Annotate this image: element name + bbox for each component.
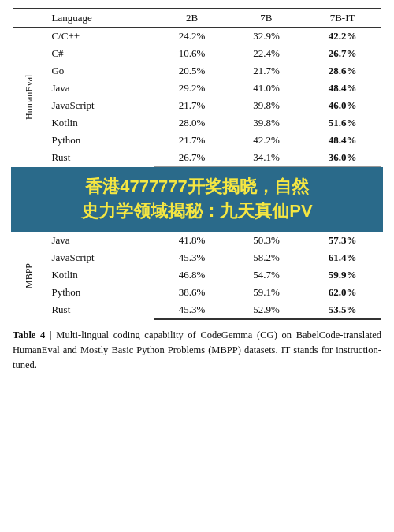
value-cell: 62.0% xyxy=(303,284,381,301)
value-cell: 42.2% xyxy=(229,132,303,149)
main-table: Language 2B 7B 7B-IT HumanEvalC/C++24.2%… xyxy=(13,8,381,167)
value-cell: 61.4% xyxy=(303,249,381,266)
value-cell: 22.4% xyxy=(229,45,303,62)
humaneval-label: HumanEval xyxy=(13,28,46,167)
value-cell: 45.3% xyxy=(154,301,229,319)
header-empty xyxy=(13,9,46,28)
value-cell: 51.6% xyxy=(303,114,381,132)
lang-cell: Rust xyxy=(46,301,154,319)
value-cell: 24.2% xyxy=(154,28,229,46)
col-7b: 7B xyxy=(229,9,303,28)
lang-cell: Python xyxy=(46,132,154,149)
value-cell: 38.6% xyxy=(154,284,229,301)
value-cell: 28.0% xyxy=(154,114,229,132)
value-cell: 21.7% xyxy=(229,62,303,80)
value-cell: 29.2% xyxy=(154,80,229,97)
value-cell: 41.8% xyxy=(154,232,229,249)
value-cell: 28.6% xyxy=(303,62,381,80)
lang-cell: Go xyxy=(46,62,154,80)
value-cell: 45.3% xyxy=(154,249,229,266)
value-cell: 26.7% xyxy=(154,149,229,167)
banner-text: 香港4777777开奖揭晓，自然 史力学领域揭秘：九天真仙PV xyxy=(81,177,312,221)
lang-cell: Rust xyxy=(46,149,154,167)
banner-overlay: 香港4777777开奖揭晓，自然 史力学领域揭秘：九天真仙PV xyxy=(11,167,383,232)
lang-cell: Java xyxy=(46,232,154,249)
caption-label: Table 4 xyxy=(13,329,45,340)
col-language: Language xyxy=(46,9,154,28)
value-cell: 59.1% xyxy=(229,284,303,301)
value-cell: 32.9% xyxy=(229,28,303,46)
value-cell: 41.0% xyxy=(229,80,303,97)
value-cell: 39.8% xyxy=(229,114,303,132)
lang-cell: C# xyxy=(46,45,154,62)
value-cell: 52.9% xyxy=(229,301,303,319)
value-cell: 50.3% xyxy=(229,232,303,249)
lang-cell: JavaScript xyxy=(46,249,154,266)
value-cell: 59.9% xyxy=(303,266,381,284)
lang-cell: C/C++ xyxy=(46,28,154,46)
value-cell: 46.8% xyxy=(154,266,229,284)
value-cell: 48.4% xyxy=(303,80,381,97)
lang-cell: Kotlin xyxy=(46,266,154,284)
value-cell: 58.2% xyxy=(229,249,303,266)
value-cell: 21.7% xyxy=(154,97,229,114)
value-cell: 34.1% xyxy=(229,149,303,167)
lang-cell: JavaScript xyxy=(46,97,154,114)
value-cell: 21.7% xyxy=(154,132,229,149)
value-cell: 53.5% xyxy=(303,301,381,319)
value-cell: 20.5% xyxy=(154,62,229,80)
value-cell: 10.6% xyxy=(154,45,229,62)
lang-cell: Java xyxy=(46,80,154,97)
mbpp-label: MBPP xyxy=(13,232,46,319)
mbpp-table: MBPPJava41.8%50.3%57.3%JavaScript45.3%58… xyxy=(13,232,381,320)
lang-cell: Kotlin xyxy=(46,114,154,132)
value-cell: 57.3% xyxy=(303,232,381,249)
value-cell: 26.7% xyxy=(303,45,381,62)
table-caption: Table 4Table 4 | Multi-lingual coding ca… xyxy=(13,328,381,374)
lang-cell: Python xyxy=(46,284,154,301)
value-cell: 39.8% xyxy=(229,97,303,114)
col-7bit: 7B-IT xyxy=(303,9,381,28)
value-cell: 36.0% xyxy=(303,149,381,167)
value-cell: 42.2% xyxy=(303,28,381,46)
value-cell: 54.7% xyxy=(229,266,303,284)
value-cell: 46.0% xyxy=(303,97,381,114)
value-cell: 48.4% xyxy=(303,132,381,149)
col-2b: 2B xyxy=(154,9,229,28)
